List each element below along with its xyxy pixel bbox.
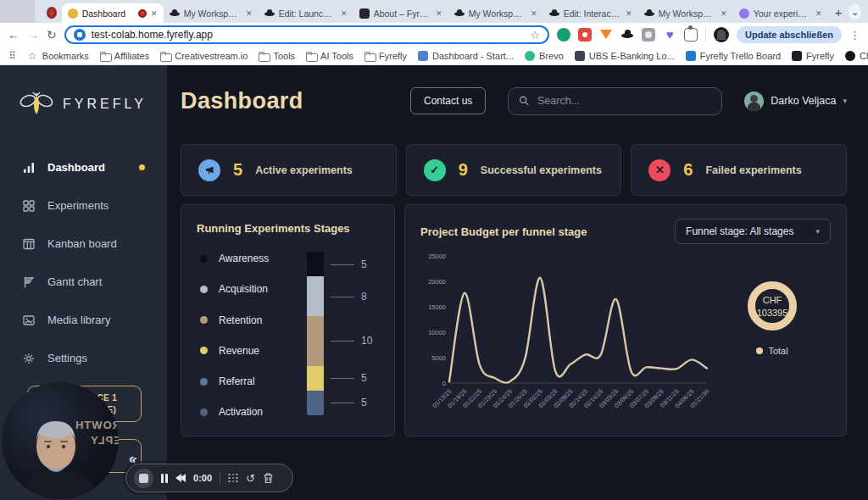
legend-dot-icon xyxy=(200,286,208,293)
donut-currency: CHF xyxy=(763,295,782,305)
user-caret-icon: ▾ xyxy=(843,97,847,105)
browser-tab[interactable]: Your experiments✕ xyxy=(733,3,828,23)
bookmark-item[interactable]: Tools xyxy=(259,51,295,61)
tab-label: My Workspace xyxy=(659,8,716,19)
saucer-extension-icon[interactable] xyxy=(620,28,634,42)
stat-value: 5 xyxy=(233,160,242,180)
firefly-logo-icon xyxy=(19,87,54,121)
funnel-legend-row: Revenue xyxy=(200,342,269,360)
stat-label: Successful experiments xyxy=(481,164,602,176)
browser-profile-avatar[interactable] xyxy=(714,27,729,42)
tab-label: My Workspace xyxy=(184,8,242,19)
legend-label: Awareness xyxy=(219,253,269,264)
bookmark-label: Brevo xyxy=(539,51,564,61)
user-menu[interactable]: Darko Veljaca ▾ xyxy=(744,92,847,111)
bookmark-item[interactable]: Affiliates xyxy=(100,51,149,61)
delete-recording-icon[interactable] xyxy=(263,472,274,484)
browser-tab[interactable]: About – Fyrefly.ap...✕ xyxy=(353,3,448,23)
tab-close-icon[interactable]: ✕ xyxy=(815,9,822,18)
camera-extension-icon[interactable] xyxy=(642,28,655,42)
bookmark-item[interactable]: Fyrefly xyxy=(364,51,407,61)
tab-favicon-saucer-icon xyxy=(454,8,465,19)
bookmark-item[interactable]: Brevo xyxy=(525,51,564,61)
bookmark-item[interactable]: Creativestream.io xyxy=(160,51,248,61)
search-box[interactable] xyxy=(508,87,722,115)
svg-text:15000: 15000 xyxy=(428,303,446,311)
forward-icon[interactable]: → xyxy=(27,29,39,41)
sidebar-item-label: Dashboard xyxy=(47,161,105,174)
sidebar-item-media-library[interactable]: Media library xyxy=(0,301,167,339)
site-favicon-icon xyxy=(792,51,802,61)
drag-handle-icon[interactable] xyxy=(228,474,238,482)
browser-tab[interactable]: My Workspace✕ xyxy=(164,3,259,23)
window-controls-area xyxy=(0,0,35,23)
svg-text:10000: 10000 xyxy=(428,329,446,336)
bookmark-item[interactable]: ChatGPT xyxy=(845,51,868,61)
bookmark-item[interactable]: AI Tools xyxy=(306,51,353,61)
browser-menu-icon[interactable]: ⋮ xyxy=(849,29,860,42)
browser-tab[interactable]: My Workspace✕ xyxy=(638,3,733,23)
tab-close-icon[interactable]: ✕ xyxy=(721,9,727,18)
funnel-segment xyxy=(307,316,324,365)
main-header: Dashboard Contact us Darko Veljaca ▾ xyxy=(181,82,847,119)
funnel-stage-select[interactable]: Funnel stage: All stages ▾ xyxy=(675,219,831,244)
grammarly-extension-icon[interactable] xyxy=(557,28,570,42)
legend-dot-icon xyxy=(756,347,763,354)
url-bar[interactable]: test-colab.home.fyrefly.app ☆ xyxy=(64,25,549,44)
new-tab-button[interactable]: + xyxy=(835,5,843,19)
donut-value: 103395 xyxy=(757,308,788,318)
bookmark-star-icon[interactable]: ☆ xyxy=(530,29,540,42)
recorder-bar: 0:00 ↺ xyxy=(125,464,293,492)
tick-line xyxy=(331,341,354,342)
restart-recording-icon[interactable]: ↺ xyxy=(246,472,255,485)
tab-close-icon[interactable]: ✕ xyxy=(531,9,537,18)
browser-tab[interactable]: My Workspace✕ xyxy=(448,3,543,23)
bookmark-item[interactable]: Fyrefly xyxy=(792,51,834,61)
funnel-segment xyxy=(307,252,324,276)
sidebar-item-kanban-board[interactable]: Kanban board xyxy=(0,225,167,263)
stat-label: Active experiments xyxy=(255,164,353,176)
x-icon: ✕ xyxy=(648,159,670,181)
browser-tab[interactable]: Edit: Interactive Ga...✕ xyxy=(543,3,638,23)
url-text[interactable]: test-colab.home.fyrefly.app xyxy=(92,29,525,41)
reload-icon[interactable]: ↻ xyxy=(47,29,57,41)
bookmark-item[interactable]: Fyrefly Trello Board xyxy=(686,51,781,61)
sidebar-item-experiments[interactable]: Experiments xyxy=(0,186,167,225)
browser-toolbar: ← → ↻ test-colab.home.fyrefly.app ☆ ♥ Up… xyxy=(0,23,868,47)
tab-close-icon[interactable]: ✕ xyxy=(341,9,348,18)
side-panel-grid-icon[interactable]: ⠿ xyxy=(8,50,17,62)
pause-recording-button[interactable] xyxy=(161,474,168,483)
bookmark-item[interactable]: Dashboard - Start... xyxy=(418,51,514,61)
tab-close-icon[interactable]: ✕ xyxy=(246,9,253,18)
puzzle-extension-icon[interactable] xyxy=(684,28,698,42)
browser-tab[interactable]: Edit: Launch Your ...✕ xyxy=(259,3,353,23)
bookmark-item[interactable]: UBS E-Banking Lo... xyxy=(575,51,675,61)
rewind-button[interactable] xyxy=(175,474,186,482)
sidebar-item-dashboard[interactable]: Dashboard xyxy=(0,148,167,186)
funnel-legend-row: Retention xyxy=(200,311,269,330)
heart-extension-icon[interactable]: ♥ xyxy=(663,28,676,42)
stop-recording-button[interactable] xyxy=(134,469,153,488)
metamask-fox-extension-icon[interactable] xyxy=(599,28,613,42)
tab-search-chevron-icon[interactable]: ⌄ xyxy=(849,3,861,20)
sidebar-item-gantt-chart[interactable]: Gantt chart xyxy=(0,263,167,301)
active-indicator-dot xyxy=(139,164,145,170)
donut-legend: Total xyxy=(756,346,787,356)
browser-tab[interactable]: Dashboard✕ xyxy=(62,3,164,23)
sidebar-item-settings[interactable]: Settings xyxy=(0,339,167,377)
recording-indicator-icon xyxy=(47,7,57,19)
back-icon[interactable]: ← xyxy=(8,29,19,41)
tab-close-icon[interactable]: ✕ xyxy=(151,9,158,18)
bookmark-item[interactable]: ☆Bookmarks xyxy=(28,51,89,61)
contact-us-button[interactable]: Contact us xyxy=(410,87,486,114)
site-favicon-icon xyxy=(845,51,855,61)
tick-line xyxy=(331,297,354,297)
recorder-red-extension-icon[interactable] xyxy=(578,28,592,42)
tab-close-icon[interactable]: ✕ xyxy=(626,9,632,18)
update-button[interactable]: Update abschließen xyxy=(737,26,842,43)
tab-close-icon[interactable]: ✕ xyxy=(436,9,442,18)
tab-favicon-dot-icon xyxy=(68,8,78,19)
donut-ring: CHF 103395 xyxy=(748,281,797,331)
search-input[interactable] xyxy=(537,95,711,107)
brand: FYREFLY xyxy=(0,81,167,128)
